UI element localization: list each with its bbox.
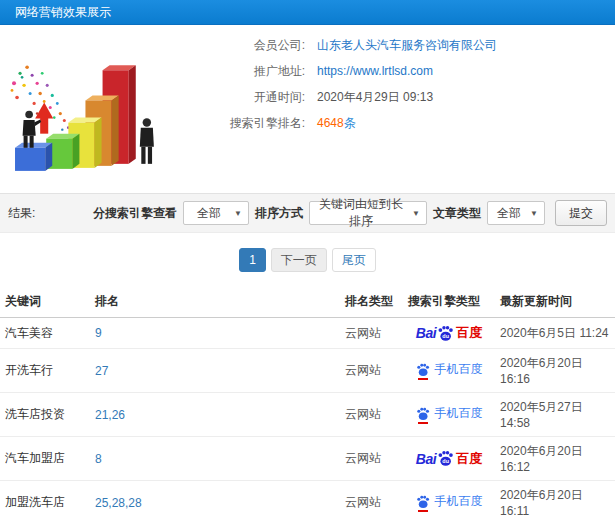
keyword-cell: 洗车店投资: [0, 393, 90, 437]
open-time-row: 开通时间: 2020年4月29日 09:13: [185, 89, 497, 105]
engine-filter-label: 分搜索引擎查看: [93, 205, 177, 222]
engine-cell: Bai du 百度: [403, 318, 495, 349]
engine-cell: Bai du 百度: [403, 481, 495, 520]
last-page-button[interactable]: 尾页: [332, 248, 376, 272]
growth-bar-chart-illustration: [0, 25, 185, 190]
engine-cell: Bai du 百度: [403, 393, 495, 437]
filter-bar: 结果: 分搜索引擎查看 全部 ▼ 排序方式 关键词由短到长排序 ▼ 文章类型 全…: [0, 193, 615, 233]
chevron-down-icon: ▼: [412, 209, 420, 218]
updated-cell: 2020年6月5日 11:24: [495, 318, 615, 349]
col-rank-type: 排名类型: [340, 286, 403, 318]
baidu-paw-icon: du: [437, 325, 454, 342]
company-link[interactable]: 山东老人头汽车服务咨询有限公司: [317, 38, 497, 52]
keyword-cell: 开洗车行: [0, 349, 90, 393]
mobile-baidu-paw-icon: [416, 495, 430, 509]
mobile-baidu-paw-icon: [416, 407, 430, 421]
rank-link[interactable]: 21,26: [95, 408, 125, 422]
article-type-select[interactable]: 全部 ▼: [487, 201, 545, 225]
pagination: 1 下一页 尾页: [0, 233, 615, 286]
engine-rank-row: 搜索引擎排名: 4648条: [185, 115, 497, 131]
updated-cell: 2020年6月20日 16:12: [495, 437, 615, 481]
table-row: 汽车美容 9 云网站 Bai du: [0, 318, 615, 349]
col-rank: 排名: [90, 286, 340, 318]
baidu-logo: Bai du 百度: [416, 450, 482, 468]
promo-url-row: 推广地址: https://www.lrtlsd.com: [185, 63, 497, 79]
svg-text:du: du: [442, 333, 449, 339]
table-row: 汽车加盟店 8 云网站 Bai d: [0, 437, 615, 481]
chevron-down-icon: ▼: [234, 209, 242, 218]
page-1-button[interactable]: 1: [239, 248, 266, 272]
table-header-row: 关键词 排名 排名类型 搜索引擎类型 最新更新时间: [0, 286, 615, 318]
rank-type-cell: 云网站: [340, 393, 403, 437]
rank-type-cell: 云网站: [340, 349, 403, 393]
open-time-label: 开通时间:: [185, 89, 305, 105]
mobile-baidu-paw-icon: [416, 363, 430, 377]
next-page-button[interactable]: 下一页: [271, 248, 327, 272]
rank-link[interactable]: 25,28,28: [95, 496, 142, 510]
rank-type-cell: 云网站: [340, 481, 403, 520]
member-info: 会员公司: 山东老人头汽车服务咨询有限公司 推广地址: https://www.…: [185, 25, 497, 193]
baidu-paw-icon: du: [437, 450, 454, 467]
filter-group: 分搜索引擎查看 全部 ▼ 排序方式 关键词由短到长排序 ▼ 文章类型 全部 ▼ …: [93, 200, 607, 226]
keyword-cell: 汽车美容: [0, 318, 90, 349]
rank-link[interactable]: 27: [95, 364, 108, 378]
businessman-right: [140, 118, 154, 163]
col-updated: 最新更新时间: [495, 286, 615, 318]
engine-cell: Bai du 百度: [403, 437, 495, 481]
mobile-baidu-logo: 手机百度: [416, 405, 483, 422]
open-time-value: 2020年4月29日 09:13: [317, 89, 433, 105]
chevron-down-icon: ▼: [530, 209, 538, 218]
rank-type-cell: 云网站: [340, 437, 403, 481]
table-row: 开洗车行 27 云网站 Bai d: [0, 349, 615, 393]
mobile-baidu-logo: 手机百度: [416, 493, 483, 510]
promo-url-label: 推广地址:: [185, 63, 305, 79]
engine-cell: Bai du 百度: [403, 349, 495, 393]
baidu-logo: Bai du 百度: [416, 324, 482, 342]
updated-cell: 2020年6月20日 16:16: [495, 349, 615, 393]
company-row: 会员公司: 山东老人头汽车服务咨询有限公司: [185, 37, 497, 53]
updated-cell: 2020年5月27日 14:58: [495, 393, 615, 437]
table-body: 汽车美容 9 云网站 Bai du: [0, 318, 615, 520]
svg-text:du: du: [442, 458, 449, 464]
sort-select[interactable]: 关键词由短到长排序 ▼: [309, 201, 427, 225]
col-engine-type: 搜索引擎类型: [403, 286, 495, 318]
promo-url-link[interactable]: https://www.lrtlsd.com: [317, 64, 433, 78]
table-row: 加盟洗车店 25,28,28 云网站 Bai: [0, 481, 615, 520]
article-type-label: 文章类型: [433, 205, 481, 222]
sort-filter-label: 排序方式: [255, 205, 303, 222]
engine-rank-unit: 条: [344, 116, 356, 130]
col-keyword: 关键词: [0, 286, 90, 318]
table-row: 洗车店投资 21,26 云网站 Bai: [0, 393, 615, 437]
engine-rank-label: 搜索引擎排名:: [185, 115, 305, 131]
page-title: 网络营销效果展示: [15, 4, 111, 21]
updated-cell: 2020年6月20日 16:11: [495, 481, 615, 520]
keyword-cell: 加盟洗车店: [0, 481, 90, 520]
engine-select[interactable]: 全部 ▼: [183, 201, 249, 225]
rank-link[interactable]: 9: [95, 326, 102, 340]
rank-type-cell: 云网站: [340, 318, 403, 349]
mobile-baidu-logo: 手机百度: [416, 361, 483, 378]
results-table: 关键词 排名 排名类型 搜索引擎类型 最新更新时间 汽车美容 9 云网站 Bai: [0, 286, 615, 520]
keyword-cell: 汽车加盟店: [0, 437, 90, 481]
engine-rank-count: 4648: [317, 116, 344, 130]
header-bar: 网络营销效果展示: [0, 0, 615, 25]
rank-link[interactable]: 8: [95, 452, 102, 466]
top-section: 会员公司: 山东老人头汽车服务咨询有限公司 推广地址: https://www.…: [0, 25, 615, 193]
company-label: 会员公司:: [185, 37, 305, 53]
submit-button[interactable]: 提交: [555, 200, 607, 226]
result-label: 结果:: [8, 205, 35, 222]
